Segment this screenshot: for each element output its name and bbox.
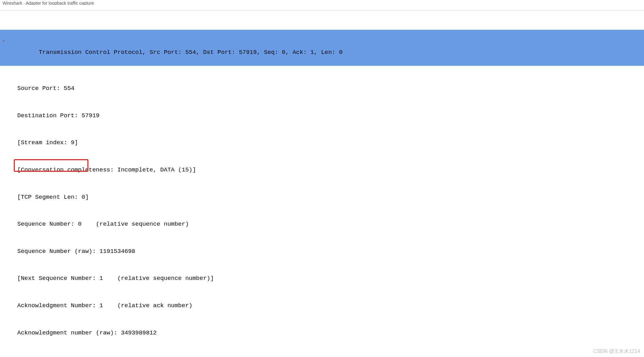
tcp-header-text: Transmission Control Protocol, Src Port:… bbox=[39, 49, 342, 56]
seq-num-rel-row[interactable]: Sequence Number: 0 (relative sequence nu… bbox=[0, 220, 644, 229]
chevron-down-icon[interactable]: ˅ bbox=[0, 39, 8, 48]
header-length-row[interactable]: 1000 .... = Header Length: 32 bytes (8) bbox=[0, 355, 644, 357]
tcp-seg-len-row[interactable]: [TCP Segment Len: 0] bbox=[0, 193, 644, 202]
divider bbox=[0, 10, 644, 10]
ack-num-rel-row[interactable]: Acknowledgment Number: 1 (relative ack n… bbox=[0, 301, 644, 310]
conv-completeness-row[interactable]: [Conversation completeness: Incomplete, … bbox=[0, 165, 644, 175]
watermark: CSDN @王木木1214 bbox=[593, 348, 640, 355]
dst-port-row[interactable]: Destination Port: 57919 bbox=[0, 111, 644, 120]
ack-num-raw-row[interactable]: Acknowledgment number (raw): 3493989812 bbox=[0, 328, 644, 338]
tcp-header-row[interactable]: ˅ Transmission Control Protocol, Src Por… bbox=[0, 30, 644, 66]
window-title: Wireshark · Adapter for loopback traffic… bbox=[0, 0, 644, 5]
stream-index-row[interactable]: [Stream index: 9] bbox=[0, 138, 644, 147]
seq-num-raw-row[interactable]: Sequence Number (raw): 1191534698 bbox=[0, 247, 644, 256]
next-seq-row[interactable]: [Next Sequence Number: 1 (relative seque… bbox=[0, 274, 644, 283]
protocol-tree[interactable]: ˅ Transmission Control Protocol, Src Por… bbox=[0, 12, 644, 357]
src-port-row[interactable]: Source Port: 554 bbox=[0, 84, 644, 93]
